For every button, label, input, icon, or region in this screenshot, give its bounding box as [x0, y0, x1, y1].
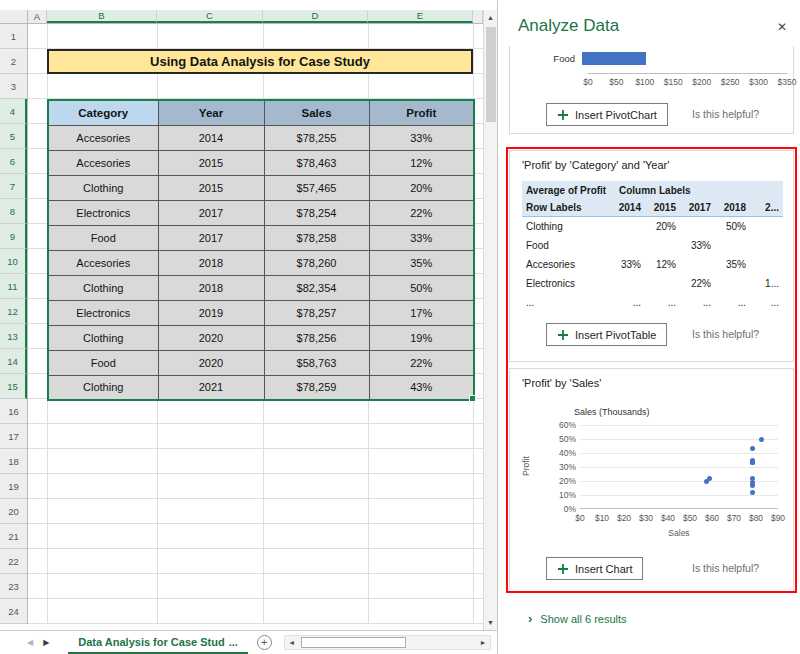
helpful-link[interactable]: Is this helpful?	[692, 108, 759, 120]
scroll-left-icon[interactable]: ◄	[285, 639, 299, 646]
fill-handle[interactable]	[469, 395, 476, 402]
sheet-grid[interactable]: Using Data Analysis for Case Study Categ…	[28, 24, 483, 624]
case-cell[interactable]: $78,255	[264, 125, 369, 150]
scroll-right-icon[interactable]: ►	[476, 639, 490, 646]
helpful-link[interactable]: Is this helpful?	[692, 328, 759, 340]
insert-pivotchart-button[interactable]: Insert PivotChart	[546, 103, 668, 126]
horizontal-scroll-thumb[interactable]	[301, 637, 406, 648]
case-cell[interactable]: $78,463	[264, 150, 369, 175]
case-cell[interactable]: $78,254	[264, 200, 369, 225]
case-cell[interactable]: $57,465	[264, 175, 369, 200]
case-cell[interactable]: $58,763	[264, 350, 369, 375]
case-cell[interactable]: Accesories	[48, 250, 158, 275]
case-cell[interactable]: 2020	[158, 350, 264, 375]
case-cell[interactable]: 43%	[369, 375, 474, 400]
row-header-2[interactable]: 2	[0, 49, 27, 74]
row-header-1[interactable]: 1	[0, 24, 27, 49]
case-cell[interactable]: 33%	[369, 125, 474, 150]
case-cell[interactable]: $82,354	[264, 275, 369, 300]
case-cell[interactable]: Electronics	[48, 200, 158, 225]
helpful-link[interactable]: Is this helpful?	[692, 562, 759, 574]
row-header-24[interactable]: 24	[0, 599, 27, 624]
vertical-scrollbar[interactable]: ▲ ▼	[483, 10, 497, 630]
case-header-year[interactable]: Year	[158, 100, 264, 125]
prev-sheet-icon[interactable]: ◀	[22, 638, 38, 647]
case-cell[interactable]: 2019	[158, 300, 264, 325]
column-header-A[interactable]: A	[28, 10, 47, 23]
vertical-scroll-thumb[interactable]	[486, 27, 496, 122]
case-header-profit[interactable]: Profit	[369, 100, 474, 125]
insert-pivottable-button[interactable]: Insert PivotTable	[546, 323, 667, 346]
case-cell[interactable]: Food	[48, 225, 158, 250]
row-header-9[interactable]: 9	[0, 224, 27, 249]
row-header-18[interactable]: 18	[0, 449, 27, 474]
row-header-19[interactable]: 19	[0, 474, 27, 499]
case-cell[interactable]: Electronics	[48, 300, 158, 325]
column-header-D[interactable]: D	[263, 10, 368, 23]
case-cell[interactable]: Clothing	[48, 325, 158, 350]
row-header-10[interactable]: 10	[0, 249, 27, 274]
case-cell[interactable]: 2018	[158, 275, 264, 300]
case-cell[interactable]: Clothing	[48, 275, 158, 300]
row-header-13[interactable]: 13	[0, 324, 27, 349]
case-cell[interactable]: 2020	[158, 325, 264, 350]
row-header-14[interactable]: 14	[0, 349, 27, 374]
row-header-15[interactable]: 15	[0, 374, 27, 399]
case-cell[interactable]: 2021	[158, 375, 264, 400]
case-cell[interactable]: Accesories	[48, 125, 158, 150]
row-header-8[interactable]: 8	[0, 199, 27, 224]
case-cell[interactable]: 22%	[369, 350, 474, 375]
case-cell[interactable]: 2017	[158, 200, 264, 225]
case-header-sales[interactable]: Sales	[264, 100, 369, 125]
row-header-4[interactable]: 4	[0, 99, 27, 124]
row-header-12[interactable]: 12	[0, 299, 27, 324]
show-all-results-link[interactable]: › Show all 6 results	[528, 612, 627, 625]
case-cell[interactable]: 20%	[369, 175, 474, 200]
case-cell[interactable]: 2018	[158, 250, 264, 275]
row-header-16[interactable]: 16	[0, 399, 27, 424]
column-header-E[interactable]: E	[368, 10, 473, 23]
case-cell[interactable]: 22%	[369, 200, 474, 225]
case-cell[interactable]: 12%	[369, 150, 474, 175]
case-cell[interactable]: 33%	[369, 225, 474, 250]
row-header-7[interactable]: 7	[0, 174, 27, 199]
column-header-partial[interactable]	[473, 10, 483, 23]
case-cell[interactable]: 2017	[158, 225, 264, 250]
row-header-23[interactable]: 23	[0, 574, 27, 599]
row-header-11[interactable]: 11	[0, 274, 27, 299]
insert-chart-button[interactable]: Insert Chart	[546, 557, 643, 580]
case-cell[interactable]: Clothing	[48, 175, 158, 200]
row-header-3[interactable]: 3	[0, 74, 27, 99]
case-cell[interactable]: Accesories	[48, 150, 158, 175]
case-cell[interactable]: 50%	[369, 275, 474, 300]
case-cell[interactable]: $78,256	[264, 325, 369, 350]
case-header-category[interactable]: Category	[48, 100, 158, 125]
title-banner-cell[interactable]: Using Data Analysis for Case Study	[47, 49, 473, 74]
row-header-6[interactable]: 6	[0, 149, 27, 174]
case-cell[interactable]: $78,258	[264, 225, 369, 250]
case-cell[interactable]: $78,260	[264, 250, 369, 275]
row-header-17[interactable]: 17	[0, 424, 27, 449]
add-sheet-button[interactable]: +	[257, 635, 272, 650]
select-all-corner[interactable]	[0, 10, 28, 24]
column-header-C[interactable]: C	[157, 10, 263, 23]
case-cell[interactable]: 35%	[369, 250, 474, 275]
horizontal-scrollbar[interactable]: ◄ ►	[284, 635, 491, 650]
row-header-20[interactable]: 20	[0, 499, 27, 524]
row-header-5[interactable]: 5	[0, 124, 27, 149]
case-cell[interactable]: Food	[48, 350, 158, 375]
case-cell[interactable]: $78,259	[264, 375, 369, 400]
row-header-21[interactable]: 21	[0, 524, 27, 549]
sheet-tab[interactable]: Data Analysis for Case Stud ...	[68, 631, 247, 654]
case-cell[interactable]: Clothing	[48, 375, 158, 400]
case-cell[interactable]: 19%	[369, 325, 474, 350]
next-sheet-icon[interactable]: ▶	[38, 638, 54, 647]
case-cell[interactable]: 2015	[158, 175, 264, 200]
scroll-up-icon[interactable]: ▲	[484, 10, 497, 25]
case-cell[interactable]: 2015	[158, 150, 264, 175]
row-header-22[interactable]: 22	[0, 549, 27, 574]
column-header-B[interactable]: B	[47, 10, 157, 23]
case-cell[interactable]: 17%	[369, 300, 474, 325]
case-cell[interactable]: 2014	[158, 125, 264, 150]
close-icon[interactable]: ✕	[777, 20, 787, 34]
